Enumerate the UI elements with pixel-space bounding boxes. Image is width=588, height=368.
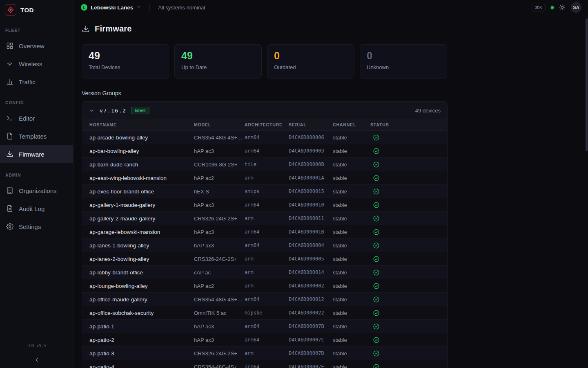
nav-section-label: FLEET: [0, 28, 73, 37]
cell-hostname: ap-patio-2: [89, 337, 194, 343]
window-scrollbar[interactable]: [586, 0, 588, 368]
sun-icon: [559, 4, 566, 11]
cell-serial: D4CA6D000015: [289, 188, 333, 194]
cell-model: CRS354-48G-4S+…: [194, 135, 245, 141]
cell-channel: stable: [333, 229, 370, 235]
table-row[interactable]: ap-office-sobchak-securityOmniTIK 5 acmi…: [82, 306, 447, 320]
version-group-panel: v7.16.2 latest 49 devices HOSTNAMEMODELA…: [82, 101, 448, 368]
cell-serial: D4CA6D000022: [289, 310, 333, 316]
table-row[interactable]: ap-lounge-bowling-alleyhAP ac2armD4CA6D0…: [82, 279, 447, 293]
terminal-icon: [6, 114, 13, 122]
cell-channel: stable: [333, 310, 370, 316]
cell-hostname: ap-lounge-bowling-alley: [89, 283, 194, 289]
check-circle-icon: [370, 364, 447, 368]
cell-serial: D4CA6D000002: [289, 283, 333, 289]
user-avatar[interactable]: SA: [571, 2, 581, 13]
cell-architecture: arm: [245, 215, 289, 221]
cell-channel: stable: [333, 283, 370, 289]
nav-section-label: ADMIN: [0, 173, 73, 182]
main-area: L Lebowski Lanes All systems nominal ⌘K: [74, 0, 588, 368]
gear-icon: [6, 223, 13, 230]
cell-architecture: arm64: [245, 323, 289, 329]
cell-channel: stable: [333, 337, 370, 343]
cell-serial: D4CA6D000004: [289, 242, 333, 248]
sidebar-item-overview[interactable]: Overview: [0, 37, 73, 55]
check-circle-icon: [370, 323, 447, 330]
table-row[interactable]: ap-lanes-1-bowling-alleyhAP ax3arm64D4CA…: [82, 239, 447, 252]
table-row[interactable]: ap-east-wing-lebowski-mansionhAP ac2armD…: [82, 171, 447, 185]
table-row[interactable]: ap-office-maude-galleryCRS354-48G-4S+…ar…: [82, 293, 447, 306]
chevron-left-icon: [33, 357, 40, 365]
table-row[interactable]: ap-gallery-2-maude-galleryCRS326-24G-2S+…: [82, 212, 447, 225]
sidebar-item-settings[interactable]: Settings: [0, 218, 73, 236]
sidebar-item-audit-log[interactable]: Audit Log: [0, 200, 73, 218]
stat-card-unknown: 0Unknown: [360, 44, 447, 79]
cell-serial: D4CA6D00007D: [289, 350, 333, 356]
sidebar-item-editor[interactable]: Editor: [0, 109, 73, 127]
table-header-row: HOSTNAMEMODELARCHITECTURESERIALCHANNELST…: [82, 119, 447, 131]
table-row[interactable]: ap-patio-4CRS354-48G-4S+…arm64D4CA6D0000…: [82, 360, 447, 368]
sidebar-item-label: Traffic: [19, 79, 36, 85]
cell-hostname: ap-gallery-1-maude-gallery: [89, 202, 194, 208]
sidebar-item-templates[interactable]: Templates: [0, 127, 73, 145]
table-row[interactable]: ap-barn-dude-ranchCCR1036-8G-2S+tileD4CA…: [82, 158, 447, 171]
cell-hostname: ap-east-wing-lebowski-mansion: [89, 175, 194, 181]
cell-channel: stable: [333, 269, 370, 276]
topbar: L Lebowski Lanes All systems nominal ⌘K: [74, 0, 588, 15]
command-palette-shortcut[interactable]: ⌘K: [532, 4, 546, 11]
building-icon: [6, 187, 13, 194]
table-row[interactable]: ap-exec-floor-brandt-officehEX SsmipsD4C…: [82, 185, 447, 198]
sidebar-item-wireless[interactable]: Wireless: [0, 55, 73, 73]
cell-model: cAP ac: [194, 269, 245, 276]
topbar-divider: [149, 4, 150, 11]
cell-hostname: ap-office-sobchak-security: [89, 310, 194, 316]
chevron-down-icon[interactable]: [89, 108, 95, 114]
sidebar-item-organizations[interactable]: Organizations: [0, 182, 73, 200]
check-circle-icon: [370, 202, 447, 209]
table-row[interactable]: ap-patio-3CRS326-24G-2S+armD4CA6D00007Ds…: [82, 347, 447, 360]
org-switcher[interactable]: L Lebowski Lanes: [81, 4, 141, 11]
table-row[interactable]: ap-lobby-brandt-officecAP acarmD4CA6D000…: [82, 266, 447, 279]
table-row[interactable]: ap-arcade-bowling-alleyCRS354-48G-4S+…ar…: [82, 131, 447, 144]
table-row[interactable]: ap-patio-2hAP ax3arm64D4CA6D00007Cstable: [82, 333, 447, 347]
stat-value: 0: [274, 50, 347, 62]
check-circle-icon: [370, 229, 447, 236]
table-row[interactable]: ap-patio-1hAP ac3arm64D4CA6D00007Bstable: [82, 320, 447, 333]
table-row[interactable]: ap-bar-bowling-alleyhAP ac3arm64D4CA6D00…: [82, 144, 447, 158]
table-row[interactable]: ap-lanes-2-bowling-alleyCRS326-24G-2S+ar…: [82, 252, 447, 266]
cell-hostname: ap-garage-lebowski-mansion: [89, 229, 194, 235]
sidebar-item-traffic[interactable]: Traffic: [0, 73, 73, 91]
cell-channel: stable: [333, 162, 370, 168]
cell-architecture: arm64: [245, 242, 289, 248]
cell-channel: stable: [333, 135, 370, 141]
check-circle-icon: [370, 269, 447, 276]
nav-section-admin: ADMIN Organizations: [0, 173, 73, 236]
cell-serial: D4CA6D000010: [289, 202, 333, 208]
sidebar-item-firmware[interactable]: Firmware: [0, 145, 73, 163]
grid-icon: [6, 42, 13, 49]
cell-channel: stable: [333, 215, 370, 222]
cell-channel: stable: [333, 148, 370, 154]
scrollbar-thumb[interactable]: [586, 18, 588, 151]
app-logo[interactable]: TOD: [0, 0, 73, 20]
cell-serial: D4CA6D000005: [289, 256, 333, 262]
table-body: ap-arcade-bowling-alleyCRS354-48G-4S+…ar…: [82, 131, 447, 368]
cell-model: hAP ac2: [194, 175, 245, 181]
cell-architecture: tile: [245, 162, 289, 167]
cell-channel: stable: [333, 350, 370, 357]
table-row[interactable]: ap-gallery-1-maude-galleryhAP ax3arm64D4…: [82, 198, 447, 212]
cell-architecture: arm: [245, 269, 289, 275]
check-circle-icon: [370, 283, 447, 289]
health-status-dot: [551, 6, 554, 9]
cell-architecture: arm64: [245, 135, 289, 140]
org-name: Lebowski Lanes: [91, 4, 133, 11]
sidebar-footer: TOD v9.5: [0, 343, 73, 368]
cell-architecture: arm: [245, 256, 289, 262]
cell-hostname: ap-lanes-2-bowling-alley: [89, 256, 194, 262]
sidebar-item-label: Settings: [19, 223, 41, 230]
version-group-header[interactable]: v7.16.2 latest 49 devices: [82, 102, 447, 119]
app-version-label: TOD v9.5: [0, 343, 73, 353]
theme-toggle-button[interactable]: [559, 4, 566, 11]
table-row[interactable]: ap-garage-lebowski-mansionhAP ac3arm64D4…: [82, 225, 447, 239]
sidebar-collapse-button[interactable]: [0, 353, 73, 368]
